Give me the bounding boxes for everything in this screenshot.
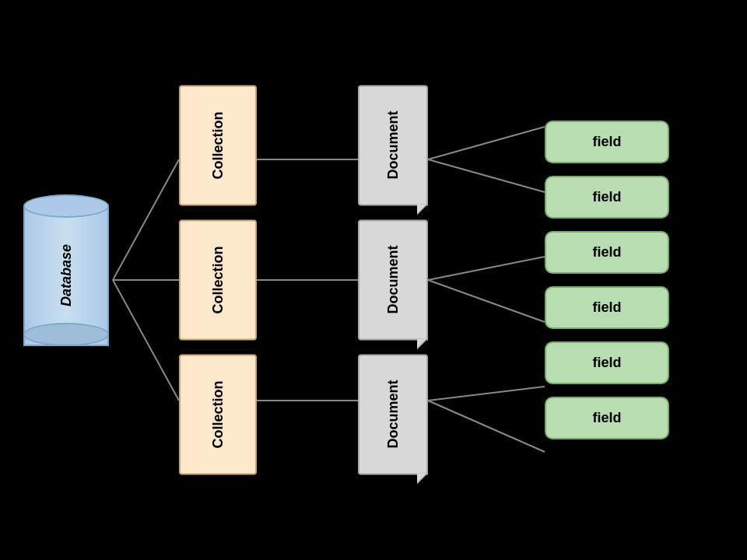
field-label-4: field: [592, 299, 621, 316]
collection-box-3: Collection: [179, 355, 257, 475]
svg-line-9: [428, 280, 545, 322]
svg-line-0: [113, 159, 179, 280]
field-label-6: field: [592, 410, 621, 426]
cylinder-top: [23, 194, 109, 218]
svg-line-7: [428, 159, 545, 192]
document-box-1: Document: [358, 86, 428, 206]
document-box-2: Document: [358, 220, 428, 341]
field-label-3: field: [592, 244, 621, 261]
collection-label-2: Collection: [210, 246, 226, 313]
svg-line-2: [113, 280, 179, 401]
collection-box-1: Collection: [179, 86, 257, 206]
collections-column: Collection Collection Collection: [179, 86, 257, 475]
cylinder-bottom-ellipse: [23, 323, 109, 346]
diagram-container: Database Collection Collection Collectio…: [0, 0, 747, 560]
collection-box-2: Collection: [179, 220, 257, 341]
svg-line-8: [428, 257, 545, 280]
field-label-5: field: [592, 355, 621, 371]
document-label-1: Document: [385, 111, 402, 180]
database-group: Database: [23, 194, 109, 366]
field-label-2: field: [592, 189, 621, 205]
svg-line-11: [428, 401, 545, 452]
field-box-3: field: [545, 231, 669, 274]
collection-label-1: Collection: [210, 111, 226, 179]
field-box-2: field: [545, 176, 669, 219]
database-cylinder: Database: [23, 194, 109, 366]
collection-label-3: Collection: [210, 380, 226, 448]
document-label-3: Document: [385, 380, 402, 449]
cylinder-body: Database: [23, 206, 109, 346]
field-box-5: field: [545, 341, 669, 384]
documents-column: Document Document Document: [358, 86, 428, 475]
svg-line-6: [428, 127, 545, 159]
document-box-3: Document: [358, 355, 428, 475]
field-box-4: field: [545, 286, 669, 329]
svg-line-10: [428, 387, 545, 401]
field-box-6: field: [545, 397, 669, 439]
document-label-2: Document: [385, 246, 402, 314]
field-box-1: field: [545, 121, 669, 163]
database-label: Database: [58, 244, 75, 306]
fields-column: field field field field field field: [545, 121, 669, 439]
field-label-1: field: [592, 134, 621, 150]
